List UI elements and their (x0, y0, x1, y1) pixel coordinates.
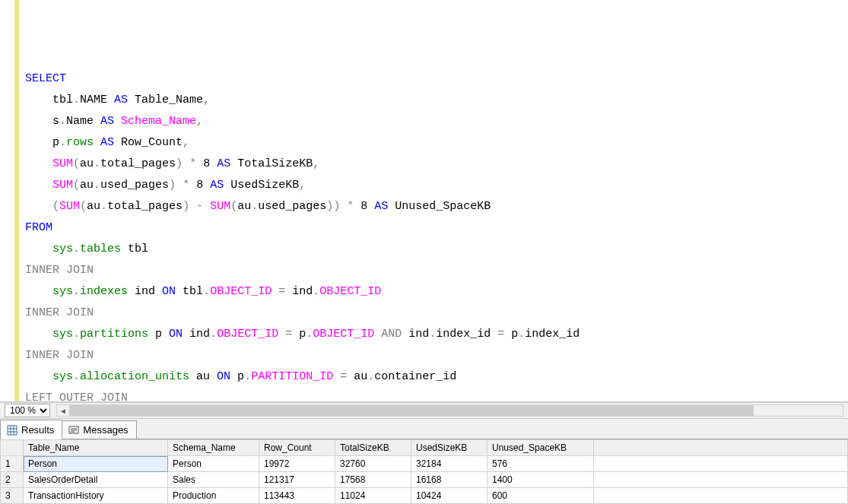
row-number-cell[interactable]: 2 (1, 472, 24, 488)
results-tabs-bar: Results Messages (0, 419, 848, 439)
col-spacer (594, 440, 848, 456)
data-cell[interactable]: Person (24, 456, 168, 472)
data-cell[interactable]: 32184 (411, 456, 488, 472)
data-cell[interactable]: 32760 (335, 456, 411, 472)
data-cell[interactable]: 576 (488, 456, 594, 472)
data-cell[interactable]: 16168 (411, 472, 488, 488)
col-header[interactable]: Unused_SpaceKB (488, 440, 594, 456)
tab-results[interactable]: Results (0, 420, 62, 439)
editor-status-bar: 100 % ◄ (0, 402, 848, 419)
editor-gutter (0, 0, 19, 401)
data-cell[interactable]: Person (168, 456, 259, 472)
horizontal-scrollbar[interactable]: ◄ (56, 404, 843, 417)
scroll-thumb[interactable] (69, 405, 754, 416)
data-cell[interactable]: 113443 (259, 488, 335, 504)
results-grid-pane: Table_Name Schema_Name Row_Count TotalSi… (0, 439, 848, 504)
col-header[interactable]: Schema_Name (168, 440, 259, 456)
data-cell[interactable]: 19972 (259, 456, 335, 472)
results-header-row: Table_Name Schema_Name Row_Count TotalSi… (1, 440, 848, 456)
table-row[interactable]: 1PersonPerson199723276032184576 (1, 456, 848, 472)
table-row[interactable]: 3TransactionHistoryProduction11344311024… (1, 488, 848, 504)
data-cell[interactable]: 1400 (488, 472, 594, 488)
table-row[interactable]: 2SalesOrderDetailSales121317175681616814… (1, 472, 848, 488)
row-spacer (594, 488, 848, 504)
messages-icon (68, 425, 79, 436)
data-cell[interactable]: 600 (488, 488, 594, 504)
sql-code-area[interactable]: − SELECT tbl.NAME AS Table_Name, s.Name … (19, 0, 848, 401)
tab-messages[interactable]: Messages (62, 420, 136, 439)
data-cell[interactable]: 121317 (259, 472, 335, 488)
row-spacer (594, 472, 848, 488)
tab-messages-label: Messages (83, 424, 128, 436)
results-table[interactable]: Table_Name Schema_Name Row_Count TotalSi… (0, 439, 848, 504)
data-cell[interactable]: TransactionHistory (24, 488, 168, 504)
col-header[interactable]: TotalSizeKB (335, 440, 411, 456)
col-header[interactable]: UsedSizeKB (411, 440, 488, 456)
tab-results-label: Results (21, 424, 54, 436)
data-cell[interactable]: 11024 (335, 488, 411, 504)
row-number-cell[interactable]: 1 (1, 456, 24, 472)
row-spacer (594, 456, 848, 472)
corner-cell[interactable] (1, 440, 24, 456)
row-number-cell[interactable]: 3 (1, 488, 24, 504)
sql-editor-pane: − SELECT tbl.NAME AS Table_Name, s.Name … (0, 0, 848, 402)
scroll-left-icon[interactable]: ◄ (57, 406, 69, 417)
col-header[interactable]: Table_Name (24, 440, 168, 456)
data-cell[interactable]: Production (168, 488, 259, 504)
col-header[interactable]: Row_Count (259, 440, 335, 456)
svg-rect-0 (8, 426, 17, 435)
data-cell[interactable]: 10424 (411, 488, 488, 504)
data-cell[interactable]: Sales (168, 472, 259, 488)
data-cell[interactable]: SalesOrderDetail (24, 472, 168, 488)
zoom-dropdown[interactable]: 100 % (5, 404, 50, 417)
data-cell[interactable]: 17568 (335, 472, 411, 488)
grid-icon (7, 425, 17, 436)
